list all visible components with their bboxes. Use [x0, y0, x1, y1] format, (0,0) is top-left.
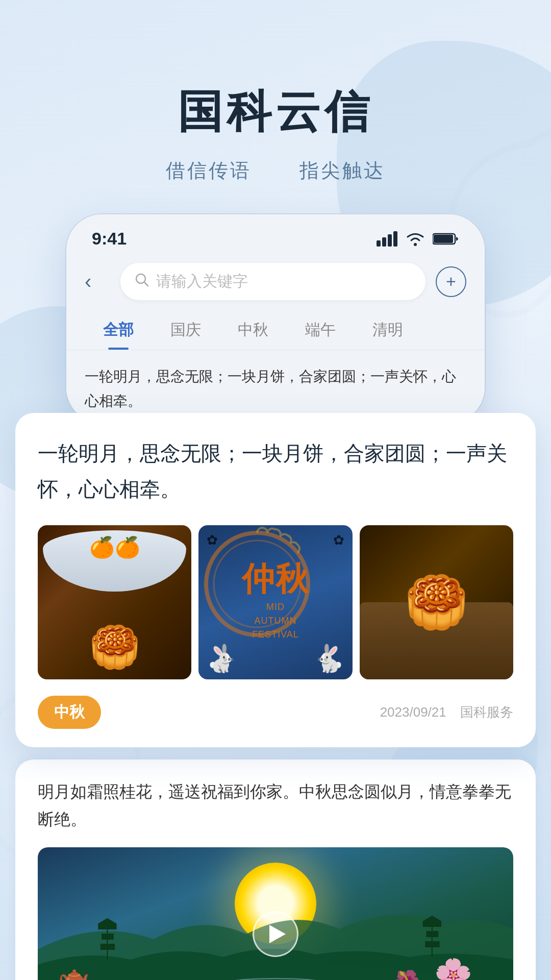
card-date: 2023/09/21 — [380, 704, 446, 720]
svg-rect-7 — [434, 235, 453, 243]
back-button[interactable]: ‹ — [85, 270, 110, 293]
card-main-text: 一轮明月，思念无限；一块月饼，合家团圆；一声关怀，心心相牵。 — [38, 435, 513, 507]
image-mooncake-box: 🥮 — [360, 525, 513, 679]
lotus-icon: 🌸 — [434, 957, 472, 980]
subtitle-left: 借信传语 — [166, 160, 252, 181]
preview-text: 一轮明月，思念无限；一块月饼，合家团圆；一声关怀，心心相牵。 — [66, 350, 485, 423]
svg-line-9 — [144, 282, 148, 286]
app-subtitle: 借信传语 指尖触达 — [0, 158, 551, 184]
phone-mockup: 9:41 — [66, 214, 485, 423]
search-placeholder: 请输入关键字 — [156, 271, 248, 292]
status-time: 9:41 — [92, 229, 127, 249]
image-mooncake-food: 🍊🍊 🥮 — [38, 525, 191, 679]
app-title: 国科云信 — [0, 82, 551, 142]
card-source: 国科服务 — [460, 704, 513, 720]
svg-rect-2 — [382, 237, 386, 247]
main-card: 一轮明月，思念无限；一块月饼，合家团圆；一声关怀，心心相牵。 🍊🍊 🥮 仲秋 — [15, 413, 536, 747]
status-icons — [377, 231, 459, 247]
search-box[interactable]: 请输入关键字 — [120, 263, 425, 300]
play-button[interactable] — [253, 911, 298, 957]
tag-zhongqiu[interactable]: 中秋 — [38, 696, 101, 729]
rabbit-right-icon: 🐇 — [312, 643, 345, 674]
search-icon — [135, 273, 149, 290]
midautumn-content: 仲秋 MIDAUTUMNFESTIVAL — [242, 562, 309, 642]
mooncake-icon: 🥮 — [89, 623, 140, 671]
mooncake-box-icon: 🥮 — [405, 572, 468, 632]
rabbit-left-icon: 🐇 — [206, 643, 239, 674]
tab-qingming[interactable]: 清明 — [354, 312, 421, 350]
tab-duanwu[interactable]: 端午 — [287, 312, 354, 350]
tab-all[interactable]: 全部 — [85, 312, 152, 350]
top-section: 国科云信 借信传语 指尖触达 — [0, 0, 551, 214]
flower-icon: 🌺 — [393, 969, 421, 980]
flower-tl-icon: ✿ — [207, 532, 218, 548]
subtitle-right: 指尖触达 — [299, 160, 385, 181]
phone-frame: 9:41 — [66, 214, 485, 423]
flower-tr-icon: ✿ — [333, 532, 344, 548]
battery-icon — [433, 232, 459, 246]
second-card: 明月如霜照桂花，遥送祝福到你家。中秋思念圆似月，情意拳拳无断绝。 🌸 🌺 🫖 — [15, 760, 536, 980]
teapot-icon: 🫖 — [58, 963, 90, 980]
wifi-icon — [405, 231, 425, 247]
midautumn-cn-text: 仲秋 — [242, 562, 309, 595]
video-thumbnail[interactable]: 🌸 🌺 🫖 05:30 — [38, 847, 513, 980]
svg-rect-1 — [377, 240, 381, 247]
midautumn-en-text: MIDAUTUMNFESTIVAL — [242, 600, 309, 642]
add-button[interactable]: + — [436, 266, 466, 297]
bowl-fruits-icon: 🍊🍊 — [89, 535, 140, 559]
card-footer: 中秋 2023/09/21 国科服务 — [38, 696, 513, 729]
second-card-text: 明月如霜照桂花，遥送祝福到你家。中秋思念圆似月，情意拳拳无断绝。 — [38, 778, 513, 834]
search-area: ‹ 请输入关键字 + — [66, 254, 485, 307]
svg-point-5 — [414, 243, 417, 246]
bowl-decoration: 🍊🍊 — [43, 530, 186, 592]
image-midautumn-card: 仲秋 MIDAUTUMNFESTIVAL 🐇 🐇 ✿ ✿ — [198, 525, 352, 679]
signal-icon — [377, 231, 398, 247]
meta-info: 2023/09/21 国科服务 — [370, 703, 513, 721]
tabs: 全部 国庆 中秋 端午 清明 — [66, 307, 485, 350]
status-bar: 9:41 — [66, 214, 485, 254]
svg-rect-4 — [393, 231, 397, 247]
tab-guoqing[interactable]: 国庆 — [152, 312, 219, 350]
image-grid: 🍊🍊 🥮 仲秋 MIDAUTUMNFESTIVAL 🐇 🐇 — [38, 525, 513, 679]
play-triangle-icon — [269, 925, 286, 943]
tab-zhongqiu[interactable]: 中秋 — [219, 312, 287, 350]
svg-rect-3 — [388, 234, 392, 247]
